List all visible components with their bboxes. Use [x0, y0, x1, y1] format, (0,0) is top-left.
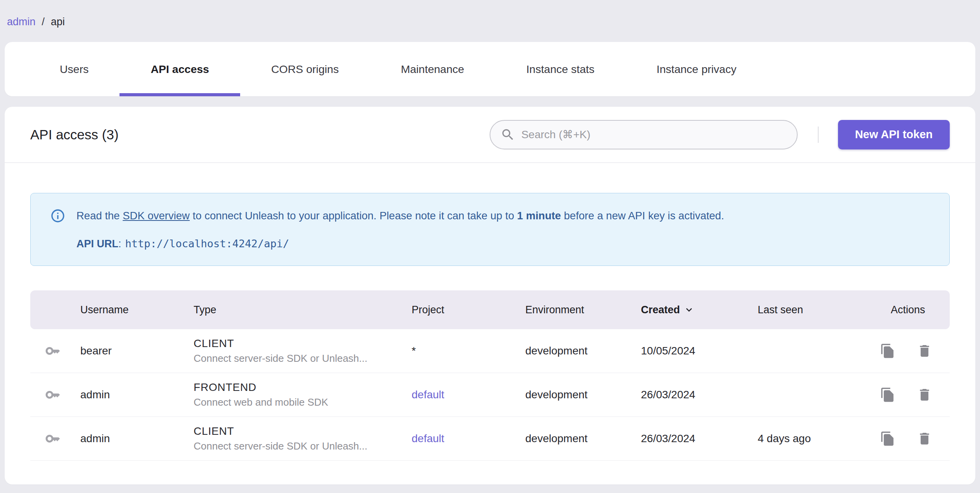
- environment-cell: development: [525, 432, 641, 445]
- type-cell: CLIENT Connect server-side SDK or Unleas…: [194, 337, 412, 365]
- created-cell: 26/03/2024: [641, 432, 758, 445]
- key-icon: [45, 387, 61, 403]
- alert-text-bold: 1 minute: [517, 210, 561, 222]
- table-row: admin FRONTEND Connect web and mobile SD…: [30, 373, 950, 417]
- api-url-value: http://localhost:4242/api/: [125, 238, 289, 250]
- copy-token-button[interactable]: [880, 387, 895, 403]
- header-cell-type[interactable]: Type: [194, 304, 412, 316]
- username-cell: admin: [80, 432, 194, 445]
- created-cell: 26/03/2024: [641, 389, 758, 401]
- trash-icon: [917, 387, 932, 403]
- token-cell: [30, 343, 80, 359]
- token-cell: [30, 431, 80, 446]
- info-icon: [50, 208, 66, 224]
- tab-api-access[interactable]: API access: [119, 42, 240, 96]
- trash-icon: [917, 343, 932, 359]
- tab-cors-origins-label: CORS origins: [271, 63, 339, 76]
- header-cell-last-seen[interactable]: Last seen: [758, 304, 872, 316]
- api-tokens-table: Username Type Project Environment Create…: [30, 290, 950, 461]
- sdk-overview-link[interactable]: SDK overview: [123, 210, 190, 222]
- token-type-description: Connect server-side SDK or Unleash...: [194, 352, 412, 365]
- actions-cell: [872, 431, 950, 446]
- tab-maintenance[interactable]: Maintenance: [370, 42, 495, 96]
- active-tab-indicator: [119, 93, 240, 96]
- token-type: CLIENT: [194, 337, 412, 350]
- username-cell: admin: [80, 389, 194, 401]
- header-cell-actions: Actions: [872, 304, 950, 316]
- type-cell: FRONTEND Connect web and mobile SDK: [194, 381, 412, 408]
- alert-text: Read the SDK overview to connect Unleash…: [76, 209, 930, 223]
- key-icon: [45, 431, 61, 446]
- project-cell: default: [412, 389, 525, 401]
- delete-token-button[interactable]: [917, 431, 932, 446]
- table-row: admin CLIENT Connect server-side SDK or …: [30, 417, 950, 461]
- tab-maintenance-label: Maintenance: [401, 63, 464, 76]
- key-icon: [45, 343, 61, 359]
- copy-icon: [880, 431, 895, 446]
- token-type: CLIENT: [194, 425, 412, 437]
- new-api-token-button[interactable]: New API token: [838, 120, 950, 149]
- search-box[interactable]: [490, 120, 798, 149]
- breadcrumb-admin-link[interactable]: admin: [7, 16, 36, 28]
- project-cell: default: [412, 432, 525, 445]
- copy-token-button[interactable]: [880, 431, 895, 446]
- actions-cell: [872, 343, 950, 359]
- environment-cell: development: [525, 345, 641, 357]
- trash-icon: [917, 431, 932, 446]
- header-cell-created[interactable]: Created: [641, 304, 758, 316]
- chevron-down-icon: [683, 304, 695, 316]
- actions-cell: [872, 387, 950, 403]
- project-link[interactable]: default: [412, 389, 444, 401]
- token-type-description: Connect web and mobile SDK: [194, 396, 412, 408]
- tab-users[interactable]: Users: [29, 42, 119, 96]
- environment-cell: development: [525, 389, 641, 401]
- delete-token-button[interactable]: [917, 343, 932, 359]
- token-type-description: Connect server-side SDK or Unleash...: [194, 440, 412, 452]
- project-link[interactable]: default: [412, 432, 444, 444]
- token-type: FRONTEND: [194, 381, 412, 394]
- card-body: Read the SDK overview to connect Unleash…: [5, 193, 975, 461]
- api-url-label: API URL:: [76, 238, 121, 250]
- table-header-row: Username Type Project Environment Create…: [30, 290, 950, 329]
- header-cell-environment[interactable]: Environment: [525, 304, 641, 316]
- tab-instance-stats-label: Instance stats: [526, 63, 594, 76]
- project-cell: *: [412, 345, 525, 357]
- admin-tab-bar: Users API access CORS origins Maintenanc…: [5, 42, 975, 96]
- sdk-info-alert: Read the SDK overview to connect Unleash…: [30, 193, 950, 266]
- api-access-card: API access (3) New API token Read the SD…: [5, 107, 975, 484]
- tab-instance-privacy[interactable]: Instance privacy: [625, 42, 767, 96]
- search-input[interactable]: [521, 128, 787, 141]
- alert-text-suffix: before a new API key is activated.: [561, 210, 724, 222]
- tab-cors-origins[interactable]: CORS origins: [240, 42, 370, 96]
- breadcrumb-current-page: api: [51, 16, 65, 28]
- last-seen-cell: 4 days ago: [758, 432, 872, 445]
- tab-instance-stats[interactable]: Instance stats: [495, 42, 625, 96]
- tab-users-label: Users: [60, 63, 88, 76]
- delete-token-button[interactable]: [917, 387, 932, 403]
- copy-icon: [880, 343, 895, 359]
- header-cell-project[interactable]: Project: [412, 304, 525, 316]
- table-row: bearer CLIENT Connect server-side SDK or…: [30, 329, 950, 373]
- copy-token-button[interactable]: [880, 343, 895, 359]
- search-icon: [500, 127, 515, 142]
- api-url-line: API URL: http://localhost:4242/api/: [76, 238, 930, 250]
- breadcrumb: admin / api: [0, 0, 980, 30]
- api-url-colon: :: [118, 238, 121, 250]
- alert-text-prefix: Read the: [76, 210, 123, 222]
- header-cell-created-label: Created: [641, 304, 680, 316]
- alert-text-middle: to connect Unleash to your application. …: [190, 210, 517, 222]
- header-cell-username[interactable]: Username: [80, 304, 194, 316]
- card-header: API access (3) New API token: [5, 107, 975, 163]
- copy-icon: [880, 387, 895, 403]
- username-cell: bearer: [80, 345, 194, 357]
- tab-instance-privacy-label: Instance privacy: [656, 63, 736, 76]
- token-cell: [30, 387, 80, 403]
- created-cell: 10/05/2024: [641, 345, 758, 357]
- breadcrumb-separator: /: [42, 16, 45, 28]
- alert-message-line: Read the SDK overview to connect Unleash…: [50, 208, 930, 224]
- tab-api-access-label: API access: [151, 63, 209, 76]
- type-cell: CLIENT Connect server-side SDK or Unleas…: [194, 425, 412, 452]
- header-divider: [818, 127, 819, 143]
- page-title: API access (3): [30, 127, 119, 142]
